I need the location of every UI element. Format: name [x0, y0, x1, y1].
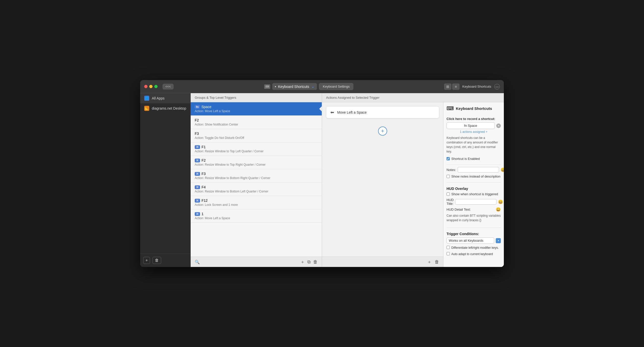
search-button[interactable]: 🔍 — [195, 260, 200, 264]
delete-app-button[interactable]: 🗑 — [153, 257, 161, 264]
show-notes-checkbox[interactable] — [447, 175, 450, 178]
conditions-select[interactable]: Works on all Keyboards — [447, 237, 494, 244]
show-hud-row: Show when shortcut is triggered — [447, 192, 501, 196]
grid-view-button[interactable]: ⊞ — [444, 84, 451, 90]
cmd-badge: ⌘ — [195, 172, 200, 176]
trigger-item[interactable]: ⌘ 1 Action: Move Left a Space — [191, 209, 322, 223]
trigger-item[interactable]: F3 Action: Toggle Do Not Disturb On/Off — [191, 129, 322, 142]
trigger-action: Action: Move Left a Space — [195, 109, 318, 113]
trigger-item[interactable]: F2 Action: Show Notification Center — [191, 116, 322, 129]
hud-detail-emoji-button[interactable]: 😀 — [496, 207, 501, 212]
add-trigger-button[interactable]: ＋ — [300, 259, 305, 265]
list-view-button[interactable]: ≡ — [452, 84, 459, 90]
triggers-bottom-bar: 🔍 ＋ ⧉ 🗑 — [191, 257, 322, 267]
sidebar-item-diagrams[interactable]: 📐 diagrams.net Desktop — [140, 103, 190, 113]
fn-badge: fn — [195, 105, 200, 109]
hud-title-input[interactable] — [455, 199, 497, 205]
divider — [447, 228, 501, 228]
shortcut-enabled-checkbox[interactable] — [447, 157, 450, 160]
action-item[interactable]: ⬅ Move Left a Space — [326, 106, 439, 118]
shortcut-enabled-label: Shortcut is Enabled — [451, 157, 480, 161]
actions-section: ⬅ Move Left a Space + ＋ 🗑 — [322, 102, 443, 267]
trigger-action: Action: Lock Screen and 1 more — [195, 203, 318, 207]
preset-button[interactable]: Keyboard Shortcuts — [462, 85, 491, 88]
triggers-list: fn Space Action: Move Left a Space F2 Ac… — [191, 102, 322, 257]
cmd-badge: ⌘ — [195, 159, 200, 162]
trigger-conditions: Trigger Conditions: Works on all Keyboar… — [447, 232, 501, 256]
trigger-action: Action: Move Left a Space — [195, 216, 318, 220]
shortcut-input-row: fn Space ✕ — [447, 122, 501, 129]
auto-adapt-checkbox[interactable] — [447, 252, 450, 255]
add-action-button[interactable]: + — [378, 127, 387, 136]
keyboard-settings-button[interactable]: Keyboard Settings — [319, 83, 353, 90]
trigger-item[interactable]: ⌘ F3 Action: Resize Window to Bottom Rig… — [191, 169, 322, 183]
shortcut-input[interactable]: fn Space — [447, 122, 495, 129]
add-app-button[interactable]: + — [143, 257, 150, 264]
notes-row: Notes: 😀 — [447, 167, 501, 172]
trigger-action: Action: Toggle Do Not Disturb On/Off — [195, 136, 318, 140]
trigger-item[interactable]: ⌘ F4 Action: Resize Window to Bottom Lef… — [191, 183, 322, 196]
trigger-name: F2 — [195, 118, 318, 122]
fullscreen-button[interactable] — [154, 85, 158, 88]
hud-title-row: HUD Title: 😀 — [447, 198, 501, 206]
differentiate-checkbox[interactable] — [447, 246, 450, 249]
sidebar-item-label: diagrams.net Desktop — [152, 106, 186, 110]
notes-label: Notes: — [447, 168, 456, 172]
globe-icon: 🌐 — [144, 96, 149, 101]
differentiate-row: Differentiate left/right modifier keys. — [447, 246, 501, 250]
notes-input[interactable] — [458, 167, 499, 172]
trigger-item[interactable]: fn Space Action: Move Left a Space — [191, 102, 322, 116]
trigger-name: ⌘ F12 — [195, 199, 318, 203]
selection-arrow — [319, 106, 322, 111]
add-action-btn[interactable]: ＋ — [427, 259, 432, 265]
actions-toolbar: ＋ 🗑 — [427, 259, 439, 265]
divider — [447, 182, 501, 183]
trigger-conditions-label: Trigger Conditions: — [447, 232, 501, 236]
hud-title-emoji-button[interactable]: 😀 — [498, 200, 503, 204]
trigger-action: Action: Resize Window to Top Right Quart… — [195, 163, 318, 166]
show-hud-label: Show when shortcut is triggered — [451, 192, 498, 196]
minimize-button[interactable] — [149, 85, 153, 88]
show-hud-checkbox[interactable] — [447, 192, 450, 196]
action-label: Move Left a Space — [337, 110, 367, 114]
right-column-header: Actions Assigned to Selected Trigger — [322, 93, 504, 102]
delete-action-btn[interactable]: 🗑 — [435, 259, 439, 265]
keyboard-panel-icon: ⌨ — [447, 105, 454, 111]
trigger-name: ⌘ F3 — [195, 172, 318, 176]
title-text: Keyboard Shortcuts — [278, 85, 309, 89]
close-button[interactable] — [144, 85, 147, 88]
trigger-item[interactable]: ⌘ F2 Action: Resize Window to Top Right … — [191, 156, 322, 169]
hud-detail-row: HUD Detail Text: 😀 — [447, 207, 501, 212]
notes-emoji-button[interactable]: 😀 — [501, 167, 504, 172]
sidebar-item-label: All Apps — [152, 96, 165, 100]
info-button[interactable]: — — [494, 84, 500, 89]
show-notes-label: Show notes instead of description — [451, 175, 500, 178]
title-center: ⌨ • Keyboard Shortcuts ⌄ Keyboard Settin… — [264, 83, 353, 90]
trigger-name: ⌘ F4 — [195, 185, 318, 189]
shortcut-clear-button[interactable]: ✕ — [496, 123, 501, 128]
duplicate-trigger-button[interactable]: ⧉ — [307, 259, 311, 265]
right-panel: ⌨ Keyboard Shortcuts Click here to recor… — [443, 102, 504, 267]
trigger-item[interactable]: ⌘ F1 Action: Resize Window to Top Left Q… — [191, 142, 322, 156]
differentiate-label: Differentiate left/right modifier keys. — [451, 246, 499, 250]
hud-overlay-title: HUD Overlay — [447, 187, 501, 191]
sidebar-item-allapps[interactable]: 🌐 All Apps — [140, 93, 190, 103]
divider — [447, 165, 501, 165]
delete-trigger-button[interactable]: 🗑 — [313, 259, 318, 265]
title-dropdown[interactable]: • Keyboard Shortcuts ⌄ — [272, 83, 317, 90]
center-panel: Groups & Top Level Triggers Actions Assi… — [191, 93, 504, 267]
assigned-count[interactable]: 1 actions assigned + — [447, 130, 501, 134]
trigger-name: ⌘ F2 — [195, 158, 318, 162]
diagrams-icon: 📐 — [144, 106, 149, 111]
sidebar: 🌐 All Apps 📐 diagrams.net Desktop + 🗑 — [140, 93, 191, 267]
auto-adapt-label: Auto adapt to current keyboard — [451, 252, 493, 256]
select-arrow-icon: ▾ — [496, 238, 501, 243]
keyboard-icon: ⌨ — [264, 84, 270, 89]
cmd-badge: ⌘ — [195, 185, 200, 189]
back-button[interactable]: <<< — [163, 84, 174, 89]
main-window: <<< ⌨ • Keyboard Shortcuts ⌄ Keyboard Se… — [140, 80, 504, 267]
move-left-icon: ⬅ — [330, 110, 334, 115]
hud-info-text: Can also contain BTT scripting variables… — [447, 213, 501, 222]
add-action-container: + — [322, 122, 443, 140]
trigger-item[interactable]: ⌘ F12 Action: Lock Screen and 1 more — [191, 196, 322, 209]
